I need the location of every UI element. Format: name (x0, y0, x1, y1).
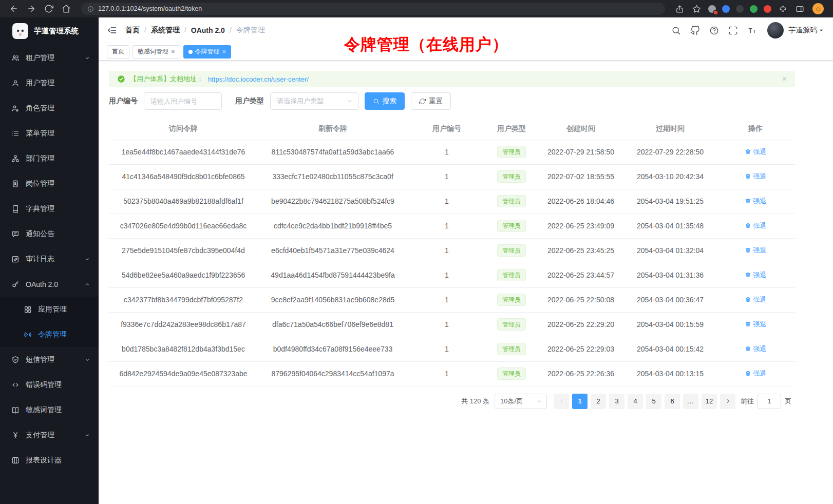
sidebar-item-13[interactable]: 错误码管理 (0, 372, 99, 397)
search-icon[interactable] (671, 26, 681, 35)
sidebar-collapse-icon[interactable] (107, 25, 117, 35)
doc-link[interactable]: https://doc.iocoder.cn/user-center/ (208, 75, 309, 83)
sidebar-item-label: OAuth 2.0 (26, 280, 58, 288)
next-page-button[interactable] (720, 394, 735, 409)
sidebar-item-12[interactable]: 短信管理 (0, 347, 99, 372)
goto-page-input[interactable] (758, 394, 781, 409)
sidebar-item-7[interactable]: 通知公告 (0, 221, 99, 246)
sidebar-item-0[interactable]: 租户管理 (0, 45, 99, 70)
force-logout-button[interactable]: 强退 (745, 369, 767, 378)
tag-token-management[interactable]: 令牌管理 × (183, 45, 232, 59)
github-icon[interactable] (690, 26, 700, 35)
sidebar-item-4[interactable]: 部门管理 (0, 146, 99, 171)
chevron-down-icon (536, 398, 543, 405)
search-button[interactable]: 搜索 (365, 92, 405, 110)
sidebar-item-2[interactable]: 角色管理 (0, 95, 99, 121)
fullscreen-icon[interactable] (728, 26, 738, 35)
breadcrumb-home[interactable]: 首页 (125, 26, 151, 35)
force-logout-button[interactable]: 强退 (745, 221, 767, 230)
reset-button[interactable]: 重置 (411, 92, 451, 110)
user-avatar[interactable] (767, 22, 784, 38)
side-panel-icon[interactable] (796, 5, 804, 13)
pager-ellipsis[interactable]: ... (683, 394, 698, 409)
browser-reload-icon[interactable] (44, 4, 53, 13)
address-bar[interactable]: 127.0.0.1:1024/system/oauth2/token (81, 3, 665, 15)
sidebar-item-16[interactable]: 报表设计器 (0, 448, 99, 473)
page-button-2[interactable]: 2 (591, 394, 606, 409)
force-logout-button[interactable]: 强退 (745, 270, 767, 280)
success-check-icon (117, 75, 125, 83)
sidebar-item-8[interactable]: 审计日志 (0, 246, 99, 272)
sidebar-item-14[interactable]: 敏感词管理 (0, 397, 99, 422)
sidebar-item-9[interactable]: OAuth 2.0 (0, 272, 99, 297)
extension-icon[interactable] (708, 5, 716, 13)
col-create-time: 创建时间 (537, 118, 624, 140)
force-logout-button[interactable]: 强退 (745, 344, 767, 354)
force-logout-button[interactable]: 强退 (745, 295, 767, 304)
force-logout-button[interactable]: 强退 (745, 197, 767, 206)
alert-close-icon[interactable]: × (782, 75, 787, 83)
browser-profile-avatar[interactable]: ☺ (812, 3, 824, 14)
pay-icon (11, 431, 20, 439)
create-time-cell: 2022-07-29 21:58:50 (537, 140, 624, 164)
sidebar-item-6[interactable]: 字典管理 (0, 196, 99, 221)
extension-icon[interactable] (750, 5, 758, 13)
force-logout-button[interactable]: 强退 (745, 320, 767, 329)
page-button-1[interactable]: 1 (572, 394, 588, 409)
refresh-token-cell: be90422b8c7946218275a508bf524fc9 (258, 189, 408, 214)
browser-home-icon[interactable] (62, 4, 71, 13)
main-area: 首页 系统管理 OAuth 2.0 令牌管理 TT 芋道源码 首页 敏感词 (99, 17, 833, 504)
tag-home[interactable]: 首页 (107, 45, 129, 59)
breadcrumb-oauth[interactable]: OAuth 2.0 (191, 26, 236, 34)
page-button-5[interactable]: 5 (646, 394, 661, 409)
font-size-icon[interactable]: TT (747, 26, 757, 35)
force-logout-button[interactable]: 强退 (745, 147, 767, 157)
sidebar-item-10[interactable]: 应用管理 (0, 297, 99, 322)
sidebar-item-15[interactable]: 支付管理 (0, 422, 99, 448)
app-logo[interactable]: 芋道管理系统 (0, 17, 99, 44)
page-button-3[interactable]: 3 (609, 394, 624, 409)
page-button-6[interactable]: 6 (665, 394, 680, 409)
bookmark-star-icon[interactable] (692, 5, 701, 13)
sidebar-item-label: 令牌管理 (38, 330, 67, 339)
user-type-cell: 管理员 (486, 140, 537, 164)
help-icon[interactable] (709, 26, 719, 35)
tag-sensitive-words[interactable]: 敏感词管理 × (132, 45, 180, 59)
browser-back-icon[interactable] (9, 4, 18, 13)
table-row: 275e5de9151045fe87cbdc395e004f4de6cfd40e… (109, 238, 795, 263)
sidebar-item-5[interactable]: 岗位管理 (0, 171, 99, 196)
goto-label: 前往 (741, 397, 754, 406)
access-token-cell: 502375b8040a469a9b82188afdf6af1f (109, 189, 258, 214)
sidebar-item-11[interactable]: 令牌管理 (0, 322, 99, 347)
force-logout-button[interactable]: 强退 (745, 172, 767, 181)
create-time-cell: 2022-06-25 23:44:57 (537, 263, 624, 287)
extensions-puzzle-icon[interactable] (779, 5, 787, 13)
user-icon (11, 79, 20, 87)
force-logout-label: 强退 (753, 369, 767, 378)
extension-icon[interactable] (764, 5, 771, 13)
user-id-input[interactable] (144, 92, 222, 110)
sidebar-item-1[interactable]: 用户管理 (0, 70, 99, 95)
chevron-down-icon[interactable] (818, 27, 825, 34)
page-size-select[interactable]: 10条/页 (495, 394, 547, 409)
user-type-select[interactable]: 请选择用户类型 (270, 92, 358, 110)
page-button-4[interactable]: 4 (628, 394, 643, 409)
close-icon[interactable]: × (222, 48, 226, 55)
extension-icon[interactable] (722, 5, 730, 13)
site-info-icon[interactable] (87, 6, 94, 12)
sidebar-item-3[interactable]: 菜单管理 (0, 121, 99, 146)
page-button-12[interactable]: 12 (702, 394, 717, 409)
share-icon[interactable] (675, 5, 684, 13)
report-icon (11, 456, 20, 464)
breadcrumb-system[interactable]: 系统管理 (151, 26, 191, 35)
refresh-token-cell: 333ecfc71e02480cb11055c875c3ca0f (258, 164, 408, 189)
username[interactable]: 芋道源码 (788, 26, 817, 35)
force-logout-label: 强退 (753, 197, 767, 206)
browser-forward-icon[interactable] (27, 4, 36, 13)
table-row: 41c41346a548490f9dc8b01c6bfe0865333ecfc7… (109, 164, 795, 189)
total-count: 共 120 条 (461, 397, 489, 406)
close-icon[interactable]: × (171, 48, 175, 55)
prev-page-button[interactable] (554, 394, 569, 409)
extension-icon[interactable] (736, 5, 744, 13)
force-logout-button[interactable]: 强退 (745, 246, 767, 255)
